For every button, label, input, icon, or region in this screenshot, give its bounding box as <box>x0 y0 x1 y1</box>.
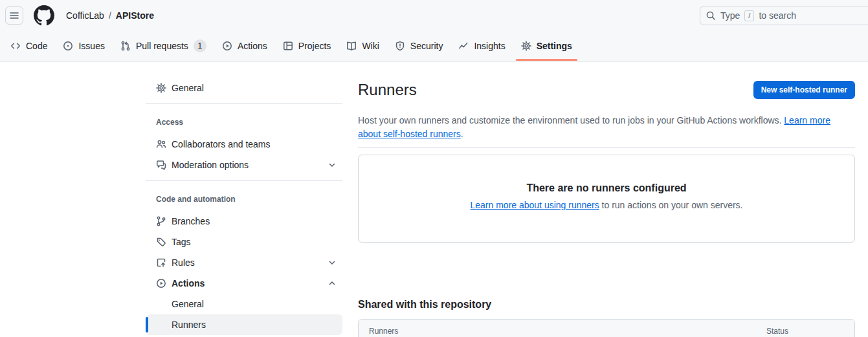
search-placeholder-prefix: Type <box>720 10 740 21</box>
description-suffix: . <box>461 129 463 139</box>
chevron-down-icon <box>327 160 337 170</box>
description-text: Host your own runners and customize the … <box>358 115 784 125</box>
gear-icon <box>156 83 166 93</box>
sidebar-item-label: Runners <box>172 320 206 330</box>
sidebar-item-rules[interactable]: Rules <box>146 252 342 273</box>
table-header-row: Runners Status <box>359 320 854 337</box>
sidebar-item-label: Collaborators and teams <box>172 139 271 149</box>
table-icon <box>283 41 293 51</box>
breadcrumb-repo[interactable]: APIStore <box>116 10 154 21</box>
graph-icon <box>458 41 469 51</box>
tab-pull-requests[interactable]: Pull requests 1 <box>115 31 212 61</box>
empty-state-title: There are no runners configured <box>359 182 854 194</box>
search-placeholder-suffix: to search <box>759 10 796 21</box>
people-icon <box>156 139 166 149</box>
comment-discussion-icon <box>156 160 166 170</box>
empty-state-suffix: to run actions on your own servers. <box>599 200 743 210</box>
breadcrumb-separator: / <box>109 10 111 21</box>
shared-with-repository-title: Shared with this repository <box>358 297 855 312</box>
sidebar-item-label: Branches <box>172 216 210 226</box>
tab-settings[interactable]: Settings <box>516 31 577 61</box>
column-header-runners: Runners <box>369 327 766 337</box>
search-input[interactable]: Type / to search <box>700 6 868 25</box>
tab-issues[interactable]: Issues <box>58 31 109 61</box>
tab-label: Wiki <box>362 41 379 51</box>
settings-layout: General Access Collaborators and teams M… <box>0 61 868 337</box>
settings-sidebar: General Access Collaborators and teams M… <box>146 61 342 337</box>
sidebar-item-label: General <box>172 299 204 309</box>
section-divider <box>358 147 855 148</box>
tab-label: Issues <box>78 41 104 51</box>
sidebar-item-label: Moderation options <box>172 160 249 170</box>
sidebar-section-code-automation: Code and automation <box>146 186 342 211</box>
shared-runners-table: Runners Status <box>358 319 855 337</box>
empty-state-text: Learn more about using runners to run ac… <box>359 200 854 210</box>
tab-label: Code <box>26 41 47 51</box>
tab-label: Security <box>410 41 443 51</box>
learn-more-using-runners-link[interactable]: Learn more about using runners <box>470 200 599 210</box>
sidebar-item-tags[interactable]: Tags <box>146 232 342 252</box>
chevron-up-icon <box>327 278 337 288</box>
sidebar-item-moderation-options[interactable]: Moderation options <box>146 155 342 175</box>
page-title: Runners <box>358 80 417 100</box>
subhead: Runners New self-hosted runner <box>358 80 855 100</box>
sidebar-item-actions[interactable]: Actions <box>146 273 342 294</box>
sidebar-divider <box>146 103 342 104</box>
tab-security[interactable]: Security <box>390 31 449 61</box>
tab-label: Pull requests <box>136 41 188 51</box>
tab-label: Settings <box>537 41 572 51</box>
issue-opened-icon <box>63 41 73 51</box>
sidebar-divider <box>146 180 342 181</box>
hamburger-menu-button[interactable] <box>5 6 23 25</box>
sidebar-item-branches[interactable]: Branches <box>146 211 342 232</box>
slash-key-hint: / <box>744 10 754 21</box>
sidebar-section-access: Access <box>146 109 342 134</box>
sidebar-subitem-actions-general[interactable]: General <box>146 294 342 314</box>
github-logo-icon[interactable] <box>34 5 54 26</box>
repo-push-icon <box>156 257 166 268</box>
no-runners-empty-state: There are no runners configured Learn mo… <box>358 155 855 243</box>
tab-projects[interactable]: Projects <box>278 31 337 61</box>
tab-label: Insights <box>474 41 505 51</box>
global-bar: CofficLab / APIStore Type / to search <box>0 0 868 31</box>
three-bars-icon <box>9 10 19 21</box>
git-pull-request-icon <box>120 41 131 51</box>
tab-code[interactable]: Code <box>5 31 52 61</box>
runners-description: Host your own runners and customize the … <box>358 114 855 141</box>
tab-label: Projects <box>298 41 331 51</box>
tag-icon <box>156 237 166 247</box>
sidebar-item-label: General <box>172 83 204 93</box>
play-icon <box>222 41 232 51</box>
search-icon <box>706 10 716 21</box>
git-branch-icon <box>156 216 166 226</box>
new-self-hosted-runner-button[interactable]: New self-hosted runner <box>753 81 855 99</box>
breadcrumb: CofficLab / APIStore <box>66 10 154 21</box>
sidebar-item-label: Tags <box>172 237 191 247</box>
code-icon <box>10 41 21 51</box>
tab-insights[interactable]: Insights <box>453 31 510 61</box>
pull-requests-count-badge: 1 <box>194 39 206 52</box>
play-icon <box>156 278 166 288</box>
sidebar-item-general[interactable]: General <box>146 78 342 98</box>
chevron-down-icon <box>327 257 337 268</box>
tab-wiki[interactable]: Wiki <box>341 31 384 61</box>
tab-label: Actions <box>238 41 267 51</box>
gear-icon <box>521 41 531 51</box>
breadcrumb-owner[interactable]: CofficLab <box>66 10 104 21</box>
column-header-status: Status <box>766 327 844 337</box>
sidebar-subitem-actions-runners[interactable]: Runners <box>146 314 342 335</box>
sidebar-item-collaborators[interactable]: Collaborators and teams <box>146 134 342 155</box>
sidebar-item-label: Rules <box>172 257 195 268</box>
app-header: CofficLab / APIStore Type / to search Co… <box>0 0 868 61</box>
sidebar-item-label: Actions <box>172 278 205 288</box>
runners-settings-main: Runners New self-hosted runner Host your… <box>358 61 855 337</box>
book-icon <box>346 41 357 51</box>
shield-icon <box>395 41 405 51</box>
tab-actions[interactable]: Actions <box>217 31 273 61</box>
repo-nav: Code Issues Pull requests 1 Actions <box>0 31 868 61</box>
